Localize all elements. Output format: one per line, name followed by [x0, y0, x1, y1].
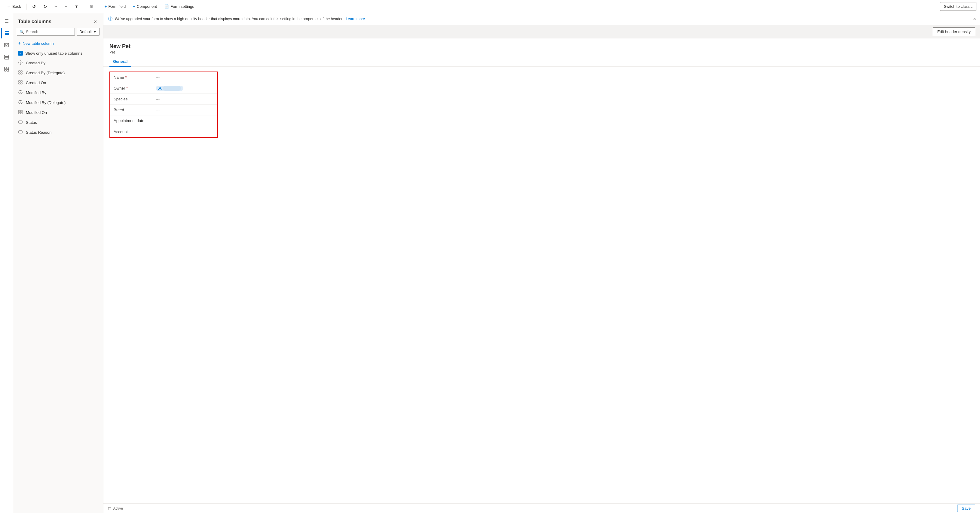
field-value-cell: ---: [156, 97, 160, 101]
status-icon: [18, 120, 23, 125]
sidebar-item-modified-by-delegate[interactable]: ? Modified By (Delegate): [13, 98, 103, 108]
plus-icon-2: +: [133, 4, 135, 9]
toolbar: ← Back ↺ ↻ ✂ ⎓ ▼ 🗑 + Form field + Compon…: [0, 0, 980, 13]
field-value: ---: [156, 108, 160, 112]
sidebar-item-status-reason[interactable]: Status Reason: [13, 127, 103, 137]
back-button[interactable]: ← Back: [3, 2, 24, 11]
learn-more-link[interactable]: Learn more: [346, 17, 365, 21]
show-unused-toggle[interactable]: ✓ Show only unused table columns: [13, 48, 103, 58]
banner-message: We've upgraded your form to show a high …: [115, 17, 343, 21]
expand-icon[interactable]: □: [108, 506, 111, 511]
table-row[interactable]: Breed ---: [110, 105, 217, 115]
form-area: New Pet Pet General Name * --- Owner *: [103, 38, 980, 503]
svg-point-4: [5, 44, 6, 45]
sidebar-item-modified-on[interactable]: Modified On: [13, 108, 103, 118]
field-label: Account: [114, 130, 156, 134]
svg-rect-0: [5, 31, 9, 32]
edit-header-density-button[interactable]: Edit header density: [933, 27, 975, 36]
rail-stack-icon[interactable]: [1, 52, 12, 62]
search-input[interactable]: [26, 29, 72, 34]
svg-rect-29: [21, 113, 22, 114]
sidebar-close-button[interactable]: ✕: [92, 18, 98, 25]
sidebar-item-status[interactable]: Status: [13, 118, 103, 127]
field-value-cell: ---: [156, 75, 160, 79]
modified-on-label: Modified On: [26, 110, 47, 115]
svg-text:?: ?: [20, 91, 21, 94]
table-row[interactable]: Owner *: [110, 83, 217, 94]
redo-button[interactable]: ↻: [40, 2, 50, 11]
more-button[interactable]: ▼: [72, 2, 81, 11]
svg-rect-9: [7, 67, 9, 69]
rail-grid-icon[interactable]: [1, 64, 12, 75]
header-btn-row: Edit header density: [103, 25, 980, 38]
filter-dropdown[interactable]: Default ▼: [76, 28, 100, 36]
component-button[interactable]: + Component: [130, 2, 160, 11]
status-text: Active: [113, 507, 123, 511]
back-icon: ←: [6, 4, 11, 9]
svg-rect-18: [19, 81, 20, 82]
form-settings-button[interactable]: 📄 Form settings: [161, 2, 197, 11]
form-header: New Pet Pet: [103, 38, 980, 57]
checkbox-checked-icon: ✓: [18, 51, 23, 56]
undo-button[interactable]: ↺: [29, 2, 39, 11]
plus-icon: +: [105, 4, 107, 9]
copy-button[interactable]: ⎓: [62, 2, 70, 11]
form-container: New Pet Pet General Name * --- Owner *: [103, 38, 980, 503]
form-section: Name * --- Owner * Species: [110, 71, 218, 138]
search-row: 🔍 Default ▼: [13, 28, 103, 38]
rail-layers-icon[interactable]: [1, 28, 12, 38]
svg-rect-8: [5, 67, 6, 69]
rail-menu-icon[interactable]: ☰: [1, 16, 12, 27]
field-value-cell: ---: [156, 130, 160, 134]
new-table-column-button[interactable]: + New table column: [13, 38, 103, 48]
sidebar-item-modified-by[interactable]: ? Modified By: [13, 88, 103, 98]
tab-general[interactable]: General: [110, 57, 131, 67]
modified-by-icon: ?: [18, 90, 23, 95]
save-button[interactable]: Save: [957, 505, 975, 512]
required-star: *: [126, 86, 128, 91]
svg-rect-15: [21, 71, 22, 72]
field-label: Appointment date: [114, 118, 156, 123]
modified-on-icon: [18, 110, 23, 115]
sidebar-item-created-by[interactable]: ? Created By: [13, 58, 103, 68]
svg-rect-31: [19, 131, 22, 133]
field-value: ---: [156, 75, 160, 79]
form-subtitle: Pet: [110, 50, 974, 54]
created-by-delegate-label: Created By (Delegate): [26, 71, 65, 75]
modified-by-delegate-icon: ?: [18, 100, 23, 105]
svg-rect-3: [5, 43, 9, 47]
created-on-icon: [18, 80, 23, 85]
sidebar-item-created-by-delegate[interactable]: Created By (Delegate): [13, 68, 103, 78]
divider-3: [99, 3, 99, 10]
svg-rect-6: [5, 57, 9, 58]
rail-image-icon[interactable]: [1, 40, 12, 51]
delete-button[interactable]: 🗑: [87, 2, 97, 11]
table-row[interactable]: Name * ---: [110, 72, 217, 83]
icon-rail: ☰: [0, 13, 13, 513]
form-body: Name * --- Owner * Species: [103, 67, 980, 144]
svg-rect-17: [21, 73, 22, 74]
switch-classic-button[interactable]: Switch to classic: [940, 2, 977, 11]
search-box: 🔍: [17, 28, 75, 36]
field-value-cell: ---: [156, 118, 160, 123]
table-row[interactable]: Account ---: [110, 126, 217, 137]
modified-by-label: Modified By: [26, 91, 46, 95]
owner-badge: [156, 86, 183, 91]
svg-rect-21: [21, 83, 22, 84]
status-bar: □ Active Save: [103, 503, 980, 513]
cut-button[interactable]: ✂: [51, 2, 61, 11]
sidebar-header: Table columns ✕: [13, 13, 103, 28]
sidebar-item-created-on[interactable]: Created On: [13, 78, 103, 88]
plus-icon: +: [18, 41, 21, 46]
svg-text:?: ?: [20, 101, 21, 104]
info-banner: ⓘ We've upgraded your form to show a hig…: [103, 13, 980, 25]
cut-icon: ✂: [54, 4, 58, 9]
table-row[interactable]: Appointment date ---: [110, 115, 217, 126]
banner-close-button[interactable]: ✕: [973, 16, 977, 21]
table-row[interactable]: Species ---: [110, 94, 217, 105]
created-by-delegate-icon: [18, 70, 23, 75]
field-value: ---: [156, 97, 160, 101]
field-label: Owner *: [114, 86, 156, 91]
svg-rect-20: [19, 83, 20, 84]
form-field-button[interactable]: + Form field: [102, 2, 129, 11]
